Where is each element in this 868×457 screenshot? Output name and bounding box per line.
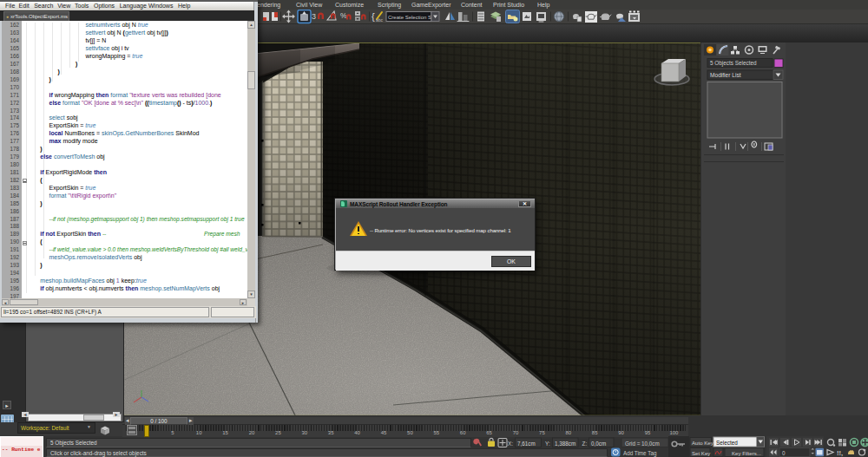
svg-text:Modifier List: Modifier List [710, 72, 741, 78]
svg-text:Selected: Selected [716, 440, 738, 446]
svg-text:%: % [340, 11, 347, 20]
svg-text:Create Selection Se: Create Selection Se [388, 15, 435, 20]
svg-text:7,61cm: 7,61cm [517, 441, 536, 447]
svg-text:5 Objects Selected: 5 Objects Selected [710, 60, 757, 67]
svg-text:abc: abc [376, 17, 384, 23]
svg-text:{: { [372, 11, 375, 22]
svg-text:X:: X: [508, 441, 513, 447]
svg-text:Set Key: Set Key [692, 450, 711, 456]
svg-text:Y:: Y: [545, 441, 550, 447]
svg-text:0,0cm: 0,0cm [591, 441, 606, 447]
svg-text:1,388cm: 1,388cm [555, 441, 575, 447]
svg-text:Key Filters...: Key Filters... [732, 450, 761, 456]
svg-text:0: 0 [782, 450, 786, 456]
svg-text:Z:: Z: [582, 441, 588, 447]
svg-text:3: 3 [312, 12, 316, 21]
svg-text:!!,: !!, [837, 449, 843, 457]
svg-text:Grid = 10,0cm: Grid = 10,0cm [625, 441, 660, 447]
svg-text:Add Time Tag: Add Time Tag [623, 450, 657, 457]
svg-text:Auto Key: Auto Key [692, 440, 714, 446]
